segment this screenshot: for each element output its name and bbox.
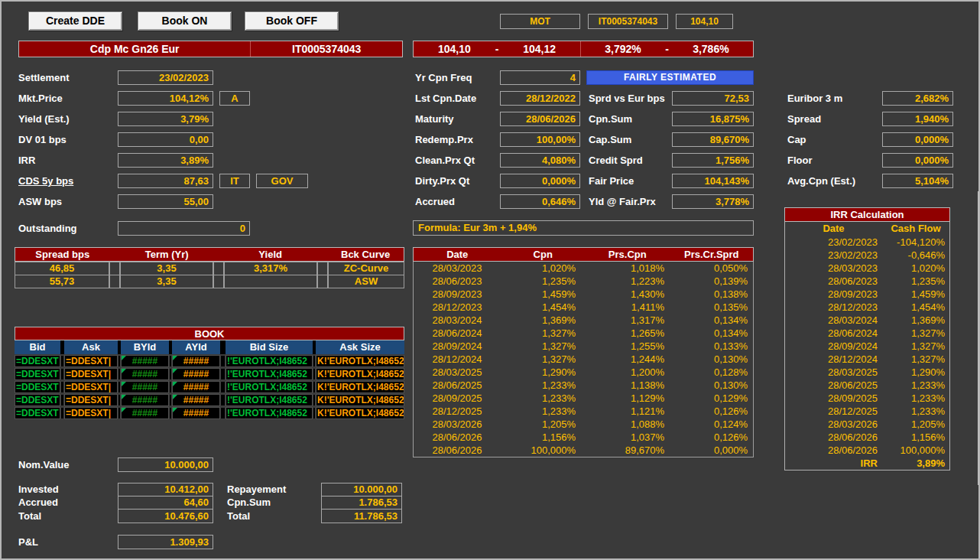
maturity-field[interactable]: 28/06/2026 [500, 112, 580, 126]
bid-size-cell[interactable]: !'EUROTLX;I48652 [226, 355, 313, 367]
cashflow-cpn-cell[interactable]: 1,369% [501, 314, 585, 327]
cashflow-prs-cpn-cell[interactable]: 1,138% [585, 379, 670, 392]
irr-date-cell[interactable]: 28/09/2024 [785, 340, 882, 353]
irr-cashflow-cell[interactable]: 1,327% [882, 340, 948, 353]
sprd-vs-eur-field[interactable]: 72,53 [672, 91, 754, 106]
cashflow-prs-cr-sprd-cell[interactable]: 0,138% [670, 288, 751, 301]
cashflow-prs-cr-sprd-cell[interactable]: 0,133% [670, 340, 751, 353]
cashflow-prs-cpn-cell[interactable]: 1,121% [585, 405, 670, 418]
byld-cell[interactable]: ##### [121, 381, 169, 393]
irr-date-cell[interactable]: 23/02/2023 [785, 236, 882, 249]
irr-date-cell[interactable]: 28/06/2025 [785, 379, 882, 392]
cashflow-date-cell[interactable]: 28/12/2024 [414, 353, 501, 366]
fair-price-field[interactable]: 104,143% [672, 174, 754, 188]
cashflow-date-cell[interactable]: 28/06/2025 [414, 379, 501, 392]
irr-cashflow-cell[interactable]: 1,454% [882, 301, 948, 314]
cashflow-cpn-cell[interactable]: 1,290% [501, 366, 585, 379]
irr-date-cell[interactable]: 28/03/2024 [785, 314, 882, 327]
cashflow-date-cell[interactable]: 28/06/2023 [414, 275, 501, 288]
cds-country-flag[interactable]: IT [219, 174, 250, 188]
cashflow-cpn-cell[interactable]: 1,156% [501, 431, 585, 444]
cashflow-cpn-cell[interactable]: 1,454% [501, 301, 585, 314]
cashflow-prs-cpn-cell[interactable]: 1,037% [585, 431, 670, 444]
cashflow-cpn-cell[interactable]: 1,459% [501, 288, 585, 301]
cashflow-prs-cr-sprd-cell[interactable]: 0,126% [670, 431, 751, 444]
irr-cashflow-cell[interactable]: 1,327% [882, 353, 948, 366]
ask-cell[interactable]: =DDESXT| [64, 407, 118, 419]
redemp-prx-field[interactable]: 100,00% [500, 132, 580, 147]
avg-cpn-field[interactable]: 5,104% [882, 174, 953, 188]
irr-date-cell[interactable]: 28/06/2026 [785, 444, 882, 457]
cashflow-prs-cr-sprd-cell[interactable]: 0,130% [670, 353, 751, 366]
settlement-field[interactable]: 23/02/2023 [118, 70, 213, 85]
cashflow-date-cell[interactable]: 28/06/2026 [414, 444, 501, 457]
cashflow-prs-cpn-cell[interactable]: 1,317% [585, 314, 670, 327]
cashflow-cpn-cell[interactable]: 1,020% [501, 262, 585, 275]
create-dde-button[interactable]: Create DDE [28, 11, 122, 31]
cashflow-cpn-cell[interactable]: 1,235% [501, 275, 585, 288]
byld-cell[interactable]: ##### [121, 394, 169, 406]
cashflow-prs-cr-sprd-cell[interactable]: 0,134% [670, 314, 751, 327]
cashflow-date-cell[interactable]: 28/12/2025 [414, 405, 501, 418]
dv01-field[interactable]: 0,00 [118, 132, 213, 147]
irr-date-cell[interactable]: 28/06/2024 [785, 327, 882, 340]
dirty-prx-field[interactable]: 0,000% [500, 174, 580, 188]
ayld-cell[interactable]: ##### [172, 368, 220, 380]
cashflow-prs-cpn-cell[interactable]: 1,223% [585, 275, 670, 288]
outstanding-field[interactable]: 0 [118, 221, 250, 236]
lst-cpn-date-field[interactable]: 28/12/2022 [500, 91, 580, 106]
floor-field[interactable]: 0,000% [882, 153, 953, 168]
bid-cell[interactable]: =DDESXT [15, 394, 60, 406]
ask-cell[interactable]: =DDESXT| [64, 381, 118, 393]
irr-cashflow-cell[interactable]: 1,235% [882, 275, 948, 288]
cashflow-prs-cr-sprd-cell[interactable]: 0,000% [670, 444, 751, 457]
term-cell[interactable]: 3,35 [120, 262, 213, 275]
irr-cashflow-cell[interactable]: 1,290% [882, 366, 948, 379]
cap-field[interactable]: 0,000% [882, 132, 953, 147]
cpn-sum-amount-field[interactable]: 1.786,53 [321, 496, 402, 510]
cashflow-prs-cr-sprd-cell[interactable]: 0,135% [670, 301, 751, 314]
cashflow-date-cell[interactable]: 28/06/2026 [414, 431, 501, 444]
spread-cell[interactable]: 46,85 [15, 262, 109, 275]
book-on-button[interactable]: Book ON [138, 11, 232, 31]
cashflow-date-cell[interactable]: 28/06/2024 [414, 327, 501, 340]
irr-date-cell[interactable]: 23/02/2023 [785, 249, 882, 262]
irr-cashflow-cell[interactable]: 1,156% [882, 431, 948, 444]
cashflow-prs-cr-sprd-cell[interactable]: 0,126% [670, 405, 751, 418]
cashflow-date-cell[interactable]: 28/09/2025 [414, 392, 501, 405]
spread-field[interactable]: 1,940% [882, 112, 953, 126]
clean-prx-field[interactable]: 4,080% [500, 153, 580, 168]
bid-size-cell[interactable]: !'EUROTLX;I48652 [226, 394, 313, 406]
cpn-sum-field[interactable]: 16,875% [672, 112, 754, 126]
irr-cashflow-cell[interactable]: 1,233% [882, 392, 948, 405]
cashflow-date-cell[interactable]: 28/03/2023 [414, 262, 501, 275]
cashflow-prs-cr-sprd-cell[interactable]: 0,130% [670, 379, 751, 392]
curve-cell[interactable]: ZC-Curve [328, 262, 404, 275]
byld-cell[interactable]: ##### [121, 355, 169, 367]
bid-cell[interactable]: =DDESXT [15, 355, 60, 367]
yield-cell[interactable] [224, 275, 317, 288]
accrued-field[interactable]: 0,646% [500, 194, 580, 209]
term-cell[interactable]: 3,35 [120, 275, 213, 288]
cds-label[interactable]: CDS 5y bps [18, 174, 73, 188]
cashflow-prs-cr-sprd-cell[interactable]: 0,139% [670, 275, 751, 288]
irr-field[interactable]: 3,89% [118, 153, 213, 168]
market-box[interactable]: MOT [500, 14, 580, 29]
irr-cashflow-cell[interactable]: 1,327% [882, 327, 948, 340]
cashflow-cpn-cell[interactable]: 100,000% [501, 444, 585, 457]
accrued-amount-field[interactable]: 64,60 [118, 496, 213, 510]
curve-cell[interactable]: ASW [328, 275, 404, 288]
spread-cell[interactable]: 55,73 [15, 275, 109, 288]
ask-cell[interactable]: =DDESXT| [64, 368, 118, 380]
bid-size-cell[interactable]: !'EUROTLX;I48652 [226, 407, 313, 419]
irr-date-cell[interactable]: 28/06/2026 [785, 431, 882, 444]
cashflow-date-cell[interactable]: 28/03/2024 [414, 314, 501, 327]
total-invested-field[interactable]: 10.476,60 [118, 509, 213, 523]
ask-size-cell[interactable]: K!'EUROTLX;I48652 [316, 407, 404, 419]
mkt-price-flag[interactable]: A [219, 91, 250, 106]
byld-cell[interactable]: ##### [121, 407, 169, 419]
cashflow-date-cell[interactable]: 28/12/2023 [414, 301, 501, 314]
irr-date-cell[interactable]: 28/09/2025 [785, 392, 882, 405]
total-return-field[interactable]: 11.786,53 [321, 509, 402, 523]
cashflow-prs-cpn-cell[interactable]: 1,430% [585, 288, 670, 301]
